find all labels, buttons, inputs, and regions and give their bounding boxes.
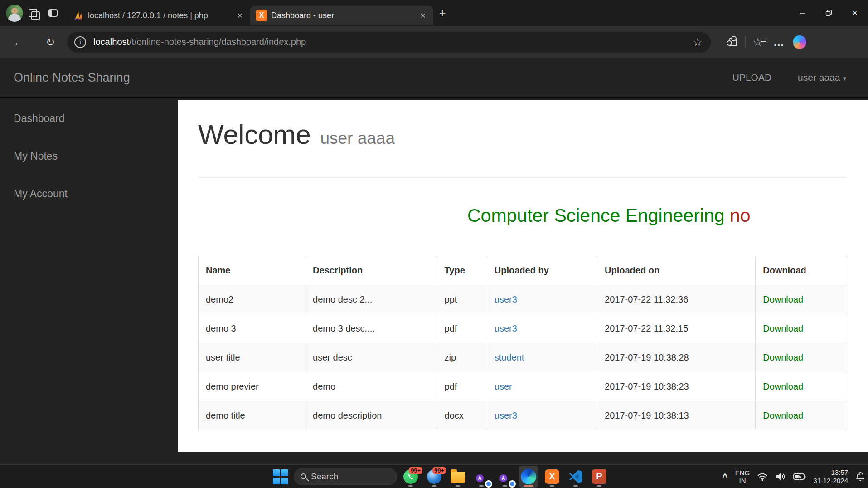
- table-row: demo 3 demo 3 desc.... pdf user3 2017-07…: [199, 314, 847, 343]
- tab-dashboard-active[interactable]: X Dashboard - user ×: [250, 6, 433, 25]
- cell-uploaded-on: 2017-07-19 10:38:13: [597, 401, 756, 430]
- cell-uploaded-on: 2017-07-19 10:38:28: [597, 343, 756, 372]
- col-header-description: Description: [305, 256, 437, 285]
- url-host: localhost: [93, 37, 129, 47]
- notification-bell-icon[interactable]: z: [855, 471, 865, 482]
- edge-app-icon[interactable]: [519, 466, 538, 488]
- col-header-name: Name: [199, 256, 305, 285]
- sidebar-item-my-notes[interactable]: My Notes: [0, 137, 178, 175]
- uploader-link[interactable]: user: [495, 381, 512, 391]
- back-icon[interactable]: ←: [8, 32, 29, 53]
- cell-name: demo2: [199, 285, 305, 314]
- col-header-download: Download: [756, 256, 847, 285]
- powerpoint-app-icon[interactable]: P: [589, 466, 609, 488]
- speaker-icon[interactable]: [775, 472, 786, 481]
- restore-button[interactable]: [815, 0, 842, 26]
- vscode-app-icon[interactable]: [566, 466, 586, 488]
- whatsapp-badge: 99+: [409, 467, 422, 474]
- table-row: demo title demo description docx user3 2…: [199, 401, 847, 430]
- cell-description: user desc: [305, 343, 437, 372]
- search-placeholder: Search: [311, 472, 338, 482]
- download-link[interactable]: Download: [763, 294, 803, 304]
- table-header-row: Name Description Type Uploaded by Upload…: [199, 256, 847, 285]
- taskbar-search[interactable]: Search: [294, 468, 397, 485]
- edge-icon: [521, 469, 536, 484]
- start-button[interactable]: [270, 466, 290, 488]
- windows-logo-icon: [272, 469, 288, 484]
- cell-type: pdf: [437, 372, 487, 401]
- download-link[interactable]: Download: [763, 381, 803, 391]
- col-header-type: Type: [437, 256, 487, 285]
- chrome-profile-badge: A: [476, 474, 484, 482]
- tray-time: 13:57: [813, 468, 848, 477]
- table-row: demo2 demo desc 2... ppt user3 2017-07-2…: [199, 285, 847, 314]
- uploader-link[interactable]: user3: [495, 323, 517, 333]
- cell-uploaded-on: 2017-07-22 11:32:15: [597, 314, 756, 343]
- chrome-profile1-icon[interactable]: A: [471, 466, 491, 488]
- wifi-icon[interactable]: [757, 472, 768, 481]
- window-controls: ×: [789, 0, 868, 26]
- upload-link[interactable]: UPLOAD: [732, 72, 771, 83]
- whatsapp-app-icon[interactable]: 99+: [401, 466, 421, 488]
- avatar-body: [8, 14, 21, 22]
- more-menu-icon[interactable]: …: [768, 32, 789, 53]
- browser-profile-avatar[interactable]: [6, 5, 23, 22]
- browser-tab-strip: PMA localhost / 127.0.0.1 / notes | php …: [0, 0, 868, 26]
- site-info-icon[interactable]: i: [74, 36, 86, 48]
- tab-title: Dashboard - user: [271, 11, 413, 20]
- cell-description: demo description: [305, 401, 437, 430]
- uploader-link[interactable]: student: [495, 352, 524, 362]
- phpmyadmin-favicon: PMA: [73, 10, 84, 21]
- uploader-link[interactable]: user3: [495, 294, 517, 304]
- user-menu[interactable]: user aaaa▾: [798, 72, 846, 83]
- extensions-icon[interactable]: [723, 32, 743, 53]
- refresh-icon[interactable]: ↻: [40, 32, 61, 53]
- marquee-green-text: Computer Science Engineering: [467, 205, 730, 226]
- vertical-tabs-icon[interactable]: [43, 4, 63, 22]
- xampp-app-icon[interactable]: X: [542, 466, 562, 488]
- new-tab-button[interactable]: +: [433, 4, 451, 22]
- taskbar-clock[interactable]: 13:57 31-12-2024: [813, 468, 848, 485]
- favorites-icon[interactable]: ☆: [747, 32, 768, 53]
- marquee: Computer Science Engineering notes: [198, 205, 750, 230]
- uploader-link[interactable]: user3: [495, 410, 517, 420]
- svg-text:PMA: PMA: [74, 18, 82, 21]
- workspaces-icon[interactable]: [23, 4, 43, 22]
- minimize-button[interactable]: [789, 0, 815, 26]
- tray-chevron-icon[interactable]: ^: [722, 472, 728, 483]
- file-explorer-icon[interactable]: [448, 466, 468, 488]
- download-link[interactable]: Download: [763, 323, 803, 333]
- cell-name: demo previer: [199, 372, 305, 401]
- sidebar-item-dashboard[interactable]: Dashboard: [0, 100, 178, 137]
- blue-app-icon[interactable]: 99+: [424, 466, 444, 488]
- chevron-down-icon: ▾: [843, 74, 846, 82]
- sidebar-item-my-account[interactable]: My Account: [0, 175, 178, 213]
- folder-icon: [451, 472, 465, 483]
- close-window-button[interactable]: ×: [842, 0, 868, 26]
- tab-close-icon[interactable]: ×: [234, 10, 246, 21]
- battery-icon[interactable]: [793, 473, 806, 481]
- cell-name: demo 3: [199, 314, 305, 343]
- cell-uploaded-on: 2017-07-19 10:38:23: [597, 372, 756, 401]
- cell-description: demo 3 desc....: [305, 314, 437, 343]
- chrome-profile2-icon[interactable]: A: [495, 466, 515, 488]
- cell-type: zip: [437, 343, 487, 372]
- url-path: /t/online-notes-sharing/dashboard/index.…: [129, 37, 306, 47]
- tab-phpmyadmin[interactable]: PMA localhost / 127.0.0.1 / notes | php …: [67, 6, 250, 25]
- cell-uploaded-on: 2017-07-22 11:32:36: [597, 285, 756, 314]
- browser-toolbar: ← ↻ i localhost/t/online-notes-sharing/d…: [0, 26, 868, 58]
- language-indicator[interactable]: ENGIN: [735, 469, 750, 484]
- tab-close-icon[interactable]: ×: [417, 10, 429, 21]
- address-bar[interactable]: i localhost/t/online-notes-sharing/dashb…: [67, 32, 711, 53]
- copilot-icon[interactable]: [789, 32, 810, 53]
- tray-date: 31-12-2024: [813, 477, 848, 485]
- sidebar: Dashboard My Notes My Account: [0, 100, 178, 452]
- xampp-icon: X: [545, 469, 559, 484]
- col-header-uploaded-by: Uploaded by: [487, 256, 597, 285]
- url-text[interactable]: localhost/t/online-notes-sharing/dashboa…: [93, 37, 689, 47]
- welcome-title: Welcome: [198, 119, 311, 150]
- download-link[interactable]: Download: [763, 352, 803, 362]
- bookmark-star-icon[interactable]: ☆: [689, 36, 706, 49]
- download-link[interactable]: Download: [763, 410, 803, 420]
- site-brand[interactable]: Online Notes Sharing: [14, 71, 130, 85]
